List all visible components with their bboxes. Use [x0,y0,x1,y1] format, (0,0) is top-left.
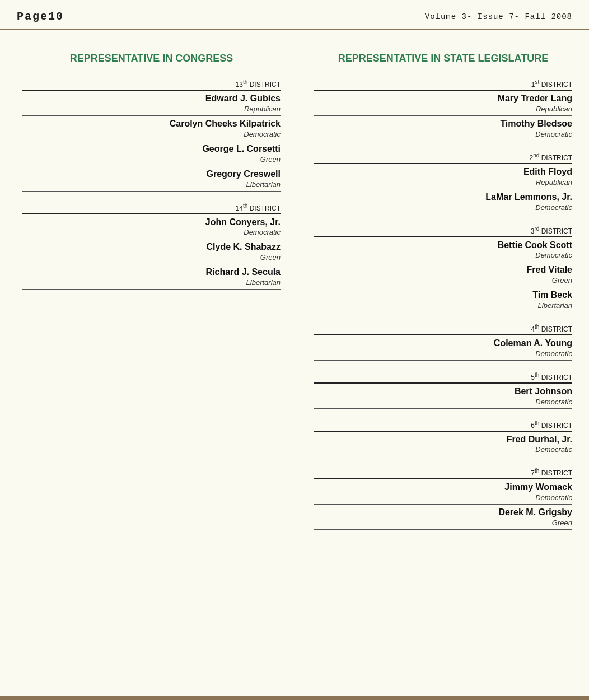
candidate-party: Democratic [314,251,572,259]
candidate-name: Fred Vitale [314,264,572,276]
left-column: REPRESENTATIVE IN CONGRESS 13th DISTRICT… [17,52,297,541]
candidate-divider [314,360,572,361]
main-content: REPRESENTATIVE IN CONGRESS 13th DISTRICT… [0,30,589,558]
district-divider [314,236,572,237]
candidate-party: Democratic [22,130,281,138]
candidate-divider [314,214,572,214]
district-block: 5th DISTRICTBert JohnsonDemocratic [314,372,572,409]
candidate-party: Green [314,519,572,527]
district-block: 13th DISTRICTEdward J. GubicsRepublicanC… [22,79,281,191]
district-divider [314,382,572,384]
candidate-name: John Conyers, Jr. [22,217,281,228]
candidate-party: Libertarian [22,278,281,287]
candidate-name: Jimmy Womack [314,482,572,493]
candidate-block: Jimmy WomackDemocratic [314,482,572,505]
candidate-party: Democratic [22,228,281,236]
candidate-divider [314,504,572,505]
district-block: 7th DISTRICTJimmy WomackDemocraticDerek … [314,468,572,530]
candidate-party: Republican [314,105,572,113]
candidate-block: Tim BeckLibertarian [314,290,572,312]
district-divider [314,90,572,91]
candidate-party: Green [22,253,281,262]
candidate-name: Bettie Cook Scott [314,240,572,251]
right-districts: 1st DISTRICTMary Treder LangRepublicanTi… [314,79,572,530]
candidate-divider [314,287,572,287]
candidate-block: LaMar Lemmons, Jr.Democratic [314,192,572,214]
candidate-block: Gregory CreswellLibertarian [22,169,281,192]
candidate-party: Democratic [314,445,572,454]
district-divider [22,213,281,214]
district-block: 1st DISTRICTMary Treder LangRepublicanTi… [314,79,572,141]
candidate-block: Timothy BledsoeDemocratic [314,118,572,141]
candidate-name: Carolyn Cheeks Kilpatrick [22,118,281,130]
candidate-divider [22,239,281,239]
candidate-divider [314,312,572,312]
district-label: 5th DISTRICT [314,372,572,381]
candidate-block: Fred VitaleGreen [314,264,572,287]
candidate-divider [314,262,572,262]
candidate-name: Edith Floyd [314,166,572,178]
district-label: 14th DISTRICT [22,203,281,212]
candidate-name: Clyde K. Shabazz [22,241,281,253]
candidate-party: Democratic [314,398,572,406]
candidate-divider [314,408,572,409]
candidate-divider [22,264,281,264]
candidate-block: Edward J. GubicsRepublican [22,93,281,116]
district-block: 6th DISTRICTFred Durhal, Jr.Democratic [314,420,572,457]
district-label: 7th DISTRICT [314,468,572,477]
volume-info: Volume 3- Issue 7- Fall 2008 [425,12,572,21]
district-label: 2nd DISTRICT [314,152,572,162]
district-label: 3rd DISTRICT [314,226,572,235]
candidate-party: Democratic [314,203,572,212]
candidate-block: Mary Treder LangRepublican [314,93,572,116]
district-label: 6th DISTRICT [314,420,572,430]
candidate-block: Clyde K. ShabazzGreen [22,241,281,264]
candidate-party: Democratic [314,130,572,138]
candidate-block: Edith FloydRepublican [314,166,572,189]
candidate-block: George L. CorsettiGreen [22,143,281,166]
right-column-title: REPRESENTATIVE IN STATE LEGISLATURE [314,52,572,65]
candidate-name: Edward J. Gubics [22,93,281,105]
district-block: 3rd DISTRICTBettie Cook ScottDemocraticF… [314,226,572,312]
district-label: 13th DISTRICT [22,79,281,88]
page-number: Page10 [17,10,64,23]
district-label: 4th DISTRICT [314,324,572,333]
candidate-block: Richard J. SeculaLibertarian [22,267,281,290]
candidate-party: Green [22,155,281,164]
district-block: 2nd DISTRICTEdith FloydRepublicanLaMar L… [314,152,572,214]
candidate-divider [314,529,572,530]
page-header: Page10 Volume 3- Issue 7- Fall 2008 [0,0,589,30]
candidate-divider [22,289,281,290]
candidate-divider [22,115,281,116]
district-divider [314,478,572,479]
candidate-party: Green [314,276,572,284]
candidate-name: Derek M. Grigsby [314,507,572,519]
candidate-name: Fred Durhal, Jr. [314,434,572,446]
candidate-block: Fred Durhal, Jr.Democratic [314,434,572,457]
candidate-divider [22,141,281,141]
candidate-block: John Conyers, Jr.Democratic [22,217,281,240]
candidate-party: Republican [314,178,572,186]
candidate-divider [22,191,281,192]
candidate-party: Republican [22,105,281,113]
district-divider [22,90,281,91]
candidate-name: Coleman A. Young [314,338,572,349]
candidate-name: LaMar Lemmons, Jr. [314,192,572,203]
candidate-name: Gregory Creswell [22,169,281,180]
candidate-party: Libertarian [22,180,281,189]
page: Page10 Volume 3- Issue 7- Fall 2008 REPR… [0,0,589,700]
candidate-block: Derek M. GrigsbyGreen [314,507,572,530]
candidate-divider [22,166,281,166]
candidate-name: Mary Treder Lang [314,93,572,105]
candidate-party: Libertarian [314,301,572,310]
candidate-party: Democratic [314,493,572,502]
district-block: 4th DISTRICTColeman A. YoungDemocratic [314,324,572,361]
district-divider [314,334,572,335]
candidate-divider [314,115,572,116]
candidate-divider [314,456,572,456]
district-divider [314,431,572,432]
candidate-block: Coleman A. YoungDemocratic [314,338,572,361]
left-column-title: REPRESENTATIVE IN CONGRESS [22,52,281,65]
district-block: 14th DISTRICTJohn Conyers, Jr.Democratic… [22,203,281,290]
candidate-block: Bettie Cook ScottDemocratic [314,240,572,263]
